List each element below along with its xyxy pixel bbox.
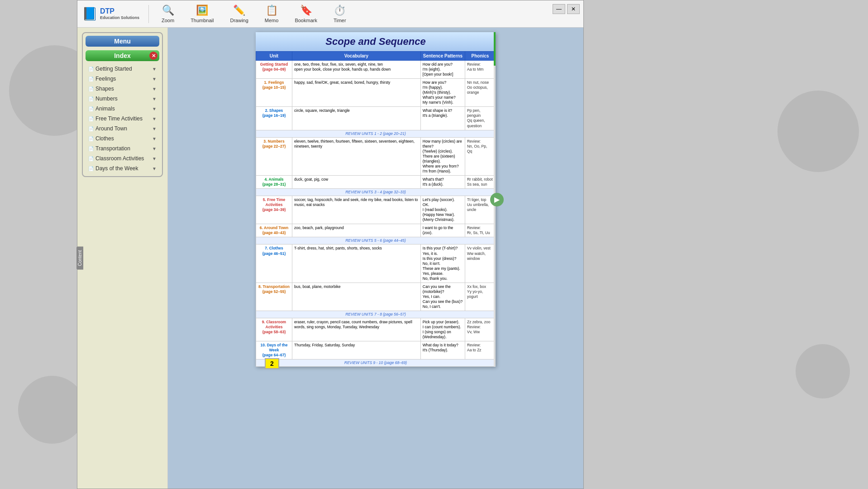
bullet-icon: 📄: [88, 156, 94, 161]
sidebar-item-numbers[interactable]: 📄 Numbers ▼: [86, 94, 159, 104]
bookmark-icon: 🔖: [300, 5, 312, 16]
chevron-down-icon: ▼: [152, 116, 157, 121]
sidebar-item-classroom[interactable]: 📄 Classroom Activities ▼: [86, 153, 159, 163]
page-title: Scope and Sequence: [256, 32, 496, 51]
page-number: 2: [265, 358, 279, 369]
review-row: REVIEW UNITS 5 - 6 (page 44–45): [256, 237, 496, 244]
table-row: 6. Around Town (page 40–43)zoo, beach, p…: [256, 224, 496, 237]
bullet-icon: 📄: [88, 96, 94, 101]
chevron-down-icon: ▼: [152, 77, 157, 82]
chevron-down-icon: ▼: [152, 136, 157, 141]
bullet-icon: 📄: [88, 136, 94, 141]
sidebar-item-feelings[interactable]: 📄 Feelings ▼: [86, 74, 159, 84]
review-row: REVIEW UNITS 1 - 2 (page 20–21): [256, 130, 496, 137]
chevron-down-icon: ▼: [152, 146, 157, 151]
bullet-icon: 📄: [88, 126, 94, 131]
sidebar-item-label: Transportation: [95, 145, 130, 152]
chevron-down-icon: ▼: [152, 126, 157, 131]
table-row: Getting Started (page 04–09)one, two, th…: [256, 61, 496, 79]
close-button[interactable]: ✕: [567, 4, 580, 14]
col-header-phonics: Phonics: [465, 52, 495, 61]
drawing-button[interactable]: ✏️ Drawing: [226, 3, 252, 25]
table-row: 7. Clothes (page 46–51)T-shirt, dress, h…: [256, 244, 496, 283]
col-header-vocab: Vocabulary: [292, 52, 421, 61]
table-row: 9. Classroom Activities (page 58–63)eras…: [256, 318, 496, 341]
table-row: 3. Numbers (page 22–27)eleven, twelve, t…: [256, 137, 496, 175]
sidebar-item-label: Around Town: [95, 125, 127, 132]
chevron-down-icon: ▼: [152, 106, 157, 111]
timer-button[interactable]: ⏱️ Timer: [330, 3, 350, 25]
document-area: Scope and Sequence Unit Vocabulary Sente…: [168, 28, 583, 489]
menu-panel: Menu Index ✕ 📄 Getting Started ▼ 📄 Feeli: [82, 32, 163, 177]
content-area: Content Menu Index ✕ 📄 Getting Started ▼: [77, 28, 583, 489]
index-header: Index ✕: [86, 50, 159, 61]
sidebar-item-label: Getting Started: [95, 66, 132, 72]
bullet-icon: 📄: [88, 67, 94, 72]
zoom-button[interactable]: 🔍 Zoom: [158, 3, 178, 25]
sidebar-item-around-town[interactable]: 📄 Around Town ▼: [86, 124, 159, 134]
bookmark-button[interactable]: 🔖 Bookmark: [291, 3, 321, 25]
sidebar-item-label: Clothes: [95, 135, 114, 142]
sidebar-item-label: Animals: [95, 105, 115, 112]
col-header-unit: Unit: [256, 52, 292, 61]
sidebar-item-free-time[interactable]: 📄 Free Time Activities ▼: [86, 114, 159, 124]
table-row: 2. Shapes (page 16–19)circle, square, re…: [256, 107, 496, 130]
sidebar-item-transportation[interactable]: 📄 Transportation ▼: [86, 144, 159, 153]
sidebar-item-label: Days of the Week: [95, 165, 138, 172]
bullet-icon: 📄: [88, 106, 94, 111]
page-container: Scope and Sequence Unit Vocabulary Sente…: [256, 32, 496, 367]
table-row: 10. Days of the Week (page 64–67)Thursda…: [256, 341, 496, 360]
review-row: REVIEW UNITS 3 - 4 (page 32–33): [256, 189, 496, 196]
thumbnail-icon: 🖼️: [196, 5, 208, 16]
sidebar: Content Menu Index ✕ 📄 Getting Started ▼: [77, 28, 168, 489]
zoom-icon: 🔍: [162, 5, 174, 16]
toolbar: 📘 DTP Education Solutions 🔍 Zoom 🖼️ Thum…: [77, 0, 583, 28]
table-row: 8. Transportation (page 52–55)bus, boat,…: [256, 283, 496, 311]
sidebar-item-label: Free Time Activities: [95, 115, 143, 122]
bullet-icon: 📄: [88, 116, 94, 121]
table-row: 1. Feelings (page 10–15)happy, sad, fine…: [256, 79, 496, 107]
memo-button[interactable]: 📋 Memo: [261, 3, 282, 25]
main-window: 📘 DTP Education Solutions 🔍 Zoom 🖼️ Thum…: [77, 0, 584, 489]
content-tab[interactable]: Content: [76, 246, 83, 269]
scope-table: Unit Vocabulary Sentence Patterns Phonic…: [256, 51, 496, 367]
col-header-sentence: Sentence Patterns: [420, 52, 465, 61]
sidebar-item-label: Classroom Activities: [95, 155, 144, 162]
minimize-button[interactable]: —: [553, 4, 565, 14]
review-row: REVIEW UNITS 7 - 8 (page 56–57): [256, 311, 496, 318]
sidebar-item-clothes[interactable]: 📄 Clothes ▼: [86, 134, 159, 144]
table-row: 4. Animals (page 28–31)duck, goat, pig, …: [256, 175, 496, 188]
logo-icon: 📘: [82, 6, 98, 21]
review-row: REVIEW UNITS 9 - 10 (page 68–69): [256, 360, 496, 367]
chevron-down-icon: ▼: [152, 67, 157, 72]
sidebar-item-getting-started[interactable]: 📄 Getting Started ▼: [86, 64, 159, 74]
menu-header: Menu: [86, 36, 159, 47]
sidebar-item-days-of-week[interactable]: 📄 Days of the Week ▼: [86, 163, 159, 173]
bullet-icon: 📄: [88, 146, 94, 151]
table-row: 5. Free Time Activities (page 34–39)socc…: [256, 196, 496, 224]
window-controls: — ✕: [553, 4, 580, 14]
toolbar-sep-1: [148, 5, 149, 23]
chevron-down-icon: ▼: [152, 86, 157, 91]
memo-icon: 📋: [266, 5, 278, 16]
close-index-button[interactable]: ✕: [149, 52, 157, 60]
bullet-icon: 📄: [88, 166, 94, 171]
sidebar-item-animals[interactable]: 📄 Animals ▼: [86, 104, 159, 114]
bullet-icon: 📄: [88, 86, 94, 91]
chevron-down-icon: ▼: [152, 166, 157, 171]
bullet-icon: 📄: [88, 77, 94, 82]
sidebar-item-label: Shapes: [95, 86, 114, 92]
drawing-icon: ✏️: [233, 5, 245, 16]
chevron-down-icon: ▼: [152, 156, 157, 161]
sidebar-item-label: Numbers: [95, 96, 118, 102]
sidebar-item-label: Feelings: [95, 76, 116, 82]
app-logo: 📘 DTP Education Solutions: [82, 6, 139, 21]
next-page-button[interactable]: ▶: [490, 193, 504, 206]
timer-icon: ⏱️: [334, 5, 346, 16]
sidebar-item-shapes[interactable]: 📄 Shapes ▼: [86, 84, 159, 94]
thumbnail-button[interactable]: 🖼️ Thumbnail: [187, 3, 217, 25]
scroll-fill: [494, 32, 496, 66]
chevron-down-icon: ▼: [152, 96, 157, 101]
index-label: Index: [114, 52, 131, 59]
logo-subtitle: Education Solutions: [100, 15, 139, 20]
